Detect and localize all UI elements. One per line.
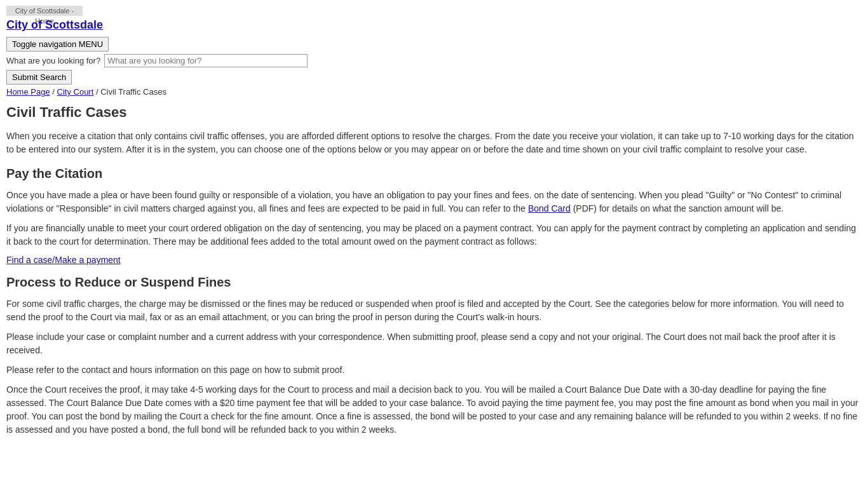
site-title-link[interactable]: City of Scottsdale (6, 18, 862, 32)
section2-para4: Once the Court receives the proof, it ma… (6, 383, 862, 437)
section1-para1: Once you have made a plea or have been f… (6, 189, 862, 215)
section1-para1-end: (PDF) for details on what the sanction a… (573, 203, 784, 214)
site-title-text: City of Scottsdale (6, 18, 103, 31)
section1-title: Pay the Citation (6, 166, 862, 181)
search-label: What are you looking for? (6, 56, 100, 65)
section2-para3: Please refer to the contact and hours in… (6, 363, 862, 377)
nav-toggle-button[interactable]: Toggle navigation MENU (6, 37, 109, 51)
submit-search-button[interactable]: Submit Search (6, 70, 72, 85)
breadcrumb: Home Page / City Court / Civil Traffic C… (6, 87, 862, 97)
site-logo-image: City of Scottsdale - Home (6, 6, 83, 16)
page-content: Civil Traffic Cases When you receive a c… (6, 104, 862, 437)
breadcrumb-home-link[interactable]: Home Page (6, 87, 50, 97)
breadcrumb-sep1: / (52, 87, 57, 97)
breadcrumb-current: Civil Traffic Cases (100, 87, 166, 97)
section2-para2: Please include your case or complaint nu… (6, 330, 862, 357)
search-input[interactable] (104, 54, 308, 67)
section1-para2: If you are financially unable to meet yo… (6, 222, 862, 248)
section2-title: Process to Reduce or Suspend Fines (6, 275, 862, 290)
bond-card-link[interactable]: Bond Card (528, 203, 571, 214)
site-logo-link[interactable]: City of Scottsdale - Home (6, 5, 862, 16)
section2-para1: For some civil traffic charges, the char… (6, 297, 862, 324)
search-row: What are you looking for? (6, 54, 862, 67)
breadcrumb-city-court-link[interactable]: City Court (57, 87, 94, 97)
find-case-link[interactable]: Find a case/Make a payment (6, 255, 862, 265)
intro-paragraph: When you receive a citation that only co… (6, 130, 862, 156)
page-title: Civil Traffic Cases (6, 104, 862, 121)
